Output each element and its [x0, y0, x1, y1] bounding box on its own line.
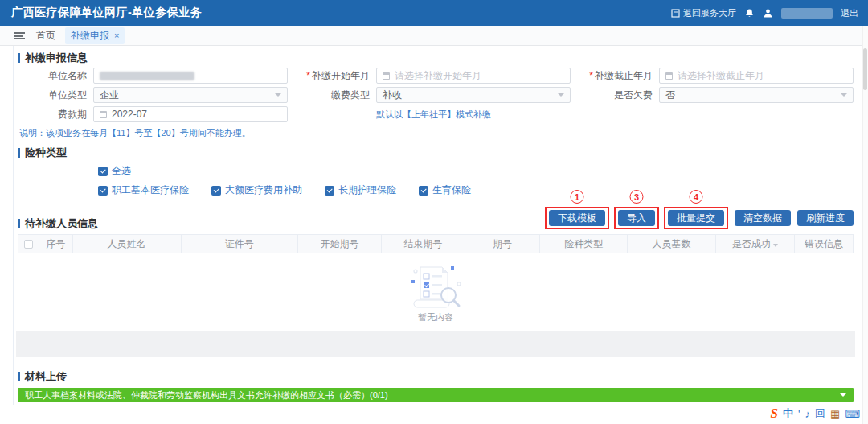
return-hall-label: 返回服务大厅: [683, 7, 736, 19]
unit-type-value: 企业: [100, 89, 119, 102]
calendar-icon: [383, 72, 390, 80]
checked-checkbox-icon: [211, 186, 221, 196]
app-window: 广西医疗保障单位网厅-单位参保业务 返回服务大厅 退出 首页 补缴申报 × 补缴…: [0, 0, 868, 424]
col-id-number: 证件号: [181, 235, 297, 253]
col-start-period: 开始期号: [298, 235, 382, 253]
logout-button[interactable]: 退出: [841, 7, 858, 19]
table-empty-state: 暂无内容: [18, 253, 854, 331]
filter-caret-icon[interactable]: [773, 244, 778, 247]
end-month-label: *补缴截止年月: [583, 69, 659, 83]
chevron-down-icon: [275, 93, 281, 97]
start-month-input[interactable]: 请选择补缴开始年月: [376, 68, 571, 84]
highlight-box-download: 1 下载模板: [545, 207, 609, 229]
unit-name-input[interactable]: [93, 68, 288, 84]
tab-home[interactable]: 首页: [36, 29, 55, 43]
checked-checkbox-icon: [98, 186, 108, 196]
username-redacted: [781, 8, 833, 19]
pay-type-value: 补收: [383, 89, 402, 102]
annotation-circle-3: 3: [630, 190, 644, 204]
calendar-icon: [665, 72, 673, 80]
select-all-row: 全选: [98, 164, 854, 178]
staff-section-header: 待补缴人员信息 1 下载模板 3 导入 4 批量提交 清空数据 刷新进度: [18, 207, 854, 229]
table-footer-area: [16, 331, 855, 357]
hall-icon: [671, 9, 680, 18]
download-template-button[interactable]: 下载模板: [549, 210, 605, 226]
col-person-name: 人员姓名: [72, 235, 181, 253]
section-marker: [18, 148, 20, 158]
fee-period-value: 2022-07: [112, 109, 147, 120]
highlight-box-batch-submit: 4 批量提交: [664, 207, 728, 229]
col-person-base: 人员基数: [628, 235, 715, 253]
upload-section-title: 材料上传: [18, 370, 854, 382]
insurance-options-row: 职工基本医疗保险 大额医疗费用补助 长期护理保险 生育保险: [98, 183, 854, 197]
checkbox-maternity[interactable]: 生育保险: [419, 183, 471, 197]
chevron-down-icon: [840, 393, 846, 397]
checkbox-longterm-care[interactable]: 长期护理保险: [325, 183, 396, 197]
end-month-input[interactable]: 请选择补缴截止年月: [659, 68, 854, 84]
app-header: 广西医疗保障单位网厅-单位参保业务 返回服务大厅 退出: [0, 0, 868, 26]
import-button[interactable]: 导入: [618, 210, 655, 226]
ime-logo-icon[interactable]: S: [770, 405, 777, 422]
checkbox-large-expense[interactable]: 大额医疗费用补助: [211, 183, 302, 197]
board-icon[interactable]: ▦: [830, 408, 840, 420]
tab-bar: 首页 补缴申报 ×: [0, 26, 868, 46]
refresh-progress-button[interactable]: 刷新进度: [797, 210, 854, 226]
chinese-mode-icon[interactable]: 中: [783, 406, 793, 421]
menu-toggle-icon[interactable]: [14, 32, 25, 39]
vertical-divider: [13, 46, 14, 405]
col-error-info: 错误信息: [795, 235, 854, 253]
checked-checkbox-icon: [325, 186, 334, 196]
insurance-section-title: 险种类型: [18, 146, 854, 158]
declare-section-title: 补缴申报信息: [18, 51, 854, 64]
main-content: 补缴申报信息 单位名称 *补缴开始年月 请选择补缴开始年月 *补缴截止年月 请选…: [0, 46, 868, 405]
staff-section-title: 待补缴人员信息: [18, 217, 98, 229]
batch-submit-button[interactable]: 批量提交: [668, 210, 724, 226]
close-tab-icon[interactable]: ×: [114, 31, 119, 40]
col-period: 期号: [465, 235, 540, 253]
fee-period-input[interactable]: 2022-07: [93, 106, 288, 122]
clear-data-button[interactable]: 清空数据: [735, 210, 791, 226]
start-month-placeholder: 请选择补缴开始年月: [395, 69, 481, 83]
return-hall-link[interactable]: 返回服务大厅: [671, 7, 736, 19]
tab-supplement-declare[interactable]: 补缴申报 ×: [65, 27, 125, 44]
checkbox-basic-medical[interactable]: 职工基本医疗保险: [98, 183, 189, 197]
voice-icon[interactable]: ♪: [805, 408, 810, 420]
section-marker: [18, 219, 20, 228]
col-end-period: 结束期号: [381, 235, 465, 253]
owe-value: 否: [665, 89, 675, 102]
empty-text: 暂无内容: [418, 311, 453, 323]
empty-state-illustration: [401, 261, 470, 310]
chevron-down-icon: [558, 93, 564, 97]
checkbox-select-all[interactable]: 全选: [98, 164, 131, 178]
end-month-placeholder: 请选择补缴截止年月: [678, 69, 764, 83]
pay-type-select[interactable]: 补收: [376, 87, 571, 103]
table-header-row: 序号 人员姓名 证件号 开始期号 结束期号 期号 险种类型 人员基数 是否成功 …: [18, 235, 854, 253]
annotation-circle-1: 1: [571, 190, 584, 204]
staff-table: 序号 人员姓名 证件号 开始期号 结束期号 期号 险种类型 人员基数 是否成功 …: [18, 234, 854, 253]
ime-toolbar: S 中 ' ♪ 回 ▦ ⌨: [770, 405, 860, 422]
unit-type-select[interactable]: 企业: [93, 87, 288, 103]
section-marker: [18, 372, 20, 381]
keyboard-icon[interactable]: ⌨: [845, 408, 860, 420]
scrollbar-track[interactable]: [862, 26, 868, 424]
fee-period-label: 费款期: [18, 108, 93, 121]
owe-label: 是否欠费: [583, 89, 659, 102]
emoji-icon[interactable]: 回: [815, 406, 825, 421]
col-insurance-type: 险种类型: [540, 235, 628, 253]
unit-type-label: 单位类型: [18, 89, 93, 102]
start-month-label: *补缴开始年月: [301, 69, 376, 83]
material-banner[interactable]: 职工人事档案材料或法院、仲裁院和劳动监察机构出具文书允许补缴的相应文书（必需）(…: [18, 388, 854, 402]
scrollbar-thumb[interactable]: [863, 48, 867, 90]
bell-icon[interactable]: [744, 8, 755, 19]
owe-select[interactable]: 否: [659, 87, 854, 103]
unit-name-label: 单位名称: [18, 69, 93, 83]
chevron-down-icon: [841, 93, 847, 97]
annotation-circle-4: 4: [690, 190, 703, 204]
pay-type-hint: 默认以【上年社平】模式补缴: [376, 109, 491, 121]
select-all-checkbox[interactable]: [24, 240, 33, 249]
col-index: 序号: [39, 235, 72, 253]
pay-type-label: 缴费类型: [301, 89, 376, 102]
highlight-box-import: 3 导入: [614, 207, 659, 229]
punctuation-icon[interactable]: ': [798, 408, 800, 420]
user-avatar-icon[interactable]: [763, 8, 773, 19]
